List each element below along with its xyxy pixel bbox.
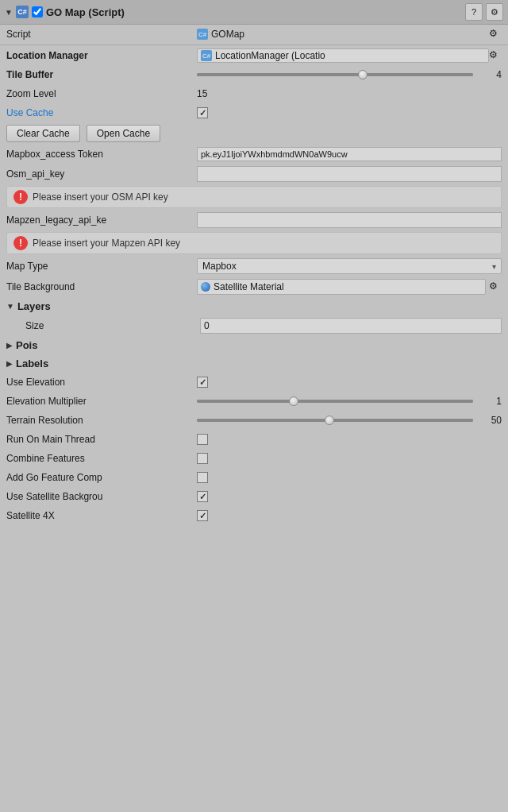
mapzen-api-key-row: Mapzen_legacy_api_ke [0, 210, 508, 230]
run-on-main-thread-row: Run On Main Thread [0, 430, 508, 449]
tile-buffer-slider[interactable] [197, 73, 473, 76]
layers-size-label: Size [25, 320, 200, 331]
tile-buffer-label: Tile Buffer [6, 69, 197, 80]
satellite-material-icon [201, 282, 210, 292]
map-type-row: Map Type Mapbox ▾ [0, 256, 508, 276]
location-manager-field[interactable]: C# LocationManager (Locatio [197, 48, 489, 63]
location-manager-row: Location Manager C# LocationManager (Loc… [0, 46, 508, 65]
layers-size-row: Size 0 [0, 315, 508, 336]
mapbox-token-row: Mapbox_access Token pk.eyJ1IjoiYWxhbmdmd… [0, 145, 508, 164]
mapzen-api-key-label: Mapzen_legacy_api_ke [6, 215, 197, 226]
script-gear-icon[interactable]: ⚙ [489, 28, 502, 41]
add-go-feature-label: Add Go Feature Comp [6, 472, 197, 483]
mapzen-api-key-input[interactable] [197, 212, 502, 228]
elevation-multiplier-row: Elevation Multiplier 1 [0, 392, 508, 411]
use-satellite-bg-row: Use Satellite Backgrou [0, 487, 508, 506]
script-field: C# GOMap [197, 29, 489, 40]
combine-features-label: Combine Features [6, 453, 197, 464]
location-manager-value: LocationManager (Locatio [215, 50, 325, 61]
osm-error-text: Please insert your OSM API key [33, 191, 168, 203]
tile-buffer-value: 4 [478, 69, 502, 80]
use-cache-label: Use Cache [6, 107, 197, 118]
osm-api-key-input[interactable] [197, 166, 502, 182]
script-row: Script C# GOMap ⚙ [0, 25, 508, 44]
satellite-4x-row: Satellite 4X [0, 506, 508, 525]
layers-collapse-icon: ▼ [6, 302, 14, 311]
add-go-feature-checkbox[interactable] [197, 472, 208, 483]
pois-expand-icon: ▶ [6, 341, 13, 350]
location-icon: C# [201, 50, 212, 61]
terrain-resolution-slider[interactable] [197, 419, 473, 422]
terrain-resolution-track [197, 419, 473, 422]
terrain-resolution-row: Terrain Resolution 50 [0, 411, 508, 430]
elevation-multiplier-slider-container: 1 [197, 396, 502, 407]
pois-section-header[interactable]: ▶ Pois [0, 336, 508, 354]
tile-background-value: Satellite Material [214, 281, 284, 292]
clear-cache-button[interactable]: Clear Cache [6, 125, 80, 142]
zoom-level-value: 15 [197, 88, 207, 99]
component-enable-checkbox[interactable] [32, 6, 43, 17]
pois-title: Pois [16, 339, 37, 351]
location-gear-icon[interactable]: ⚙ [489, 49, 502, 62]
use-elevation-checkbox[interactable] [197, 377, 208, 388]
run-on-main-thread-checkbox[interactable] [197, 434, 208, 445]
use-satellite-bg-label: Use Satellite Backgrou [6, 491, 197, 502]
osm-api-key-label: Osm_api_key [6, 168, 197, 180]
zoom-level-row: Zoom Level 15 [0, 84, 508, 103]
satellite-4x-label: Satellite 4X [6, 510, 197, 521]
use-elevation-label: Use Elevation [6, 377, 197, 388]
use-satellite-bg-checkbox[interactable] [197, 491, 208, 502]
zoom-level-label: Zoom Level [6, 88, 197, 99]
labels-expand-icon: ▶ [6, 359, 13, 368]
osm-error-icon: ! [13, 190, 28, 204]
settings-button[interactable]: ⚙ [486, 3, 503, 21]
elevation-multiplier-label: Elevation Multiplier [6, 396, 197, 407]
terrain-resolution-value: 50 [478, 415, 502, 426]
mapbox-token-input[interactable]: pk.eyJ1IjoiYWxhbmdmdWN0aW9ucw [197, 147, 502, 161]
use-cache-row: Use Cache [0, 103, 508, 122]
layers-section-header[interactable]: ▼ Layers [0, 297, 508, 315]
combine-features-row: Combine Features [0, 449, 508, 468]
script-icon: C# [197, 29, 208, 40]
terrain-resolution-label: Terrain Resolution [6, 415, 197, 426]
map-type-label: Map Type [6, 261, 197, 272]
script-value: GOMap [211, 29, 489, 40]
help-button[interactable]: ? [465, 3, 483, 21]
open-cache-button[interactable]: Open Cache [87, 125, 160, 142]
labels-title: Labels [16, 358, 48, 369]
labels-section-header[interactable]: ▶ Labels [0, 354, 508, 373]
elevation-multiplier-thumb[interactable] [289, 396, 298, 406]
elevation-multiplier-slider[interactable] [197, 400, 473, 403]
tile-buffer-slider-container: 4 [197, 69, 502, 80]
terrain-resolution-slider-container: 50 [197, 415, 502, 426]
component-header: ▼ C# GO Map (Script) ? ⚙ [0, 0, 508, 25]
use-elevation-row: Use Elevation [0, 373, 508, 392]
go-map-script-panel: ▼ C# GO Map (Script) ? ⚙ Script C# GOMap… [0, 0, 508, 525]
tile-buffer-thumb[interactable] [358, 70, 368, 79]
location-manager-label: Location Manager [6, 50, 197, 61]
run-on-main-thread-label: Run On Main Thread [6, 434, 197, 445]
osm-api-key-row: Osm_api_key [0, 164, 508, 184]
satellite-4x-checkbox[interactable] [197, 510, 208, 521]
osm-error-box: ! Please insert your OSM API key [6, 186, 502, 208]
mapzen-error-text: Please insert your Mapzen API key [33, 238, 180, 249]
tile-background-field[interactable]: Satellite Material [197, 279, 486, 295]
collapse-arrow-icon[interactable]: ▼ [5, 8, 13, 17]
combine-features-checkbox[interactable] [197, 453, 208, 464]
tile-bg-gear-icon[interactable]: ⚙ [489, 280, 502, 293]
map-type-value: Mapbox [202, 261, 237, 272]
tile-buffer-track [197, 73, 473, 76]
terrain-resolution-thumb[interactable] [325, 416, 334, 425]
layers-size-input[interactable]: 0 [200, 318, 502, 334]
mapzen-error-box: ! Please insert your Mapzen API key [6, 232, 502, 254]
tile-buffer-row: Tile Buffer 4 [0, 65, 508, 84]
script-label: Script [6, 29, 197, 40]
script-type-icon: C# [16, 6, 29, 18]
tile-background-label: Tile Background [6, 281, 197, 292]
mapbox-token-label: Mapbox_access Token [6, 149, 197, 160]
elevation-multiplier-track [197, 400, 473, 403]
tile-background-row: Tile Background Satellite Material ⚙ [0, 276, 508, 297]
use-cache-checkbox[interactable] [197, 107, 208, 118]
map-type-dropdown[interactable]: Mapbox ▾ [197, 258, 502, 274]
divider-1 [0, 44, 508, 45]
